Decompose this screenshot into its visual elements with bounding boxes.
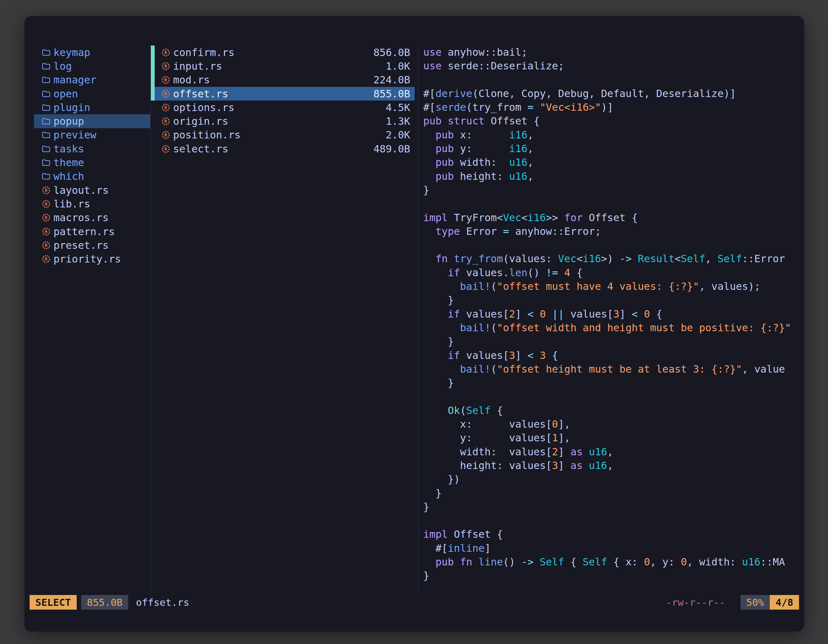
rust-file-icon: R <box>41 185 51 195</box>
code-line <box>423 514 804 528</box>
file-row-mod-rs[interactable]: Rmod.rs224.0B <box>155 73 415 87</box>
sidebar-item-popup[interactable]: popup <box>34 114 150 128</box>
sidebar-item-log[interactable]: log <box>34 59 150 73</box>
file-size: 1.3K <box>386 115 410 127</box>
code-line: impl TryFrom<Vec<i16>> for Offset { <box>423 211 804 225</box>
file-name: input.rs <box>173 60 222 72</box>
svg-text:R: R <box>165 91 168 96</box>
code-line: } <box>423 486 804 500</box>
code-line: type Error = anyhow::Error; <box>423 225 804 238</box>
file-row-offset-rs[interactable]: Roffset.rs855.0B <box>155 87 415 100</box>
code-line: } <box>423 376 804 390</box>
rust-file-icon: R <box>41 227 51 237</box>
file-name: select.rs <box>173 143 228 155</box>
rust-file-icon: R <box>161 144 171 154</box>
svg-text:R: R <box>165 119 168 124</box>
svg-text:R: R <box>165 105 168 110</box>
code-line <box>423 197 804 211</box>
code-line: impl Offset { <box>423 528 804 541</box>
file-name: confirm.rs <box>173 47 235 58</box>
code-line: width: values[2] as u16, <box>423 445 804 459</box>
code-line: bail!("offset must have 4 values: {:?}",… <box>423 280 804 293</box>
code-line: }) <box>423 473 804 486</box>
sidebar-item-priority-rs[interactable]: Rpriority.rs <box>34 252 150 266</box>
sidebar-item-label: theme <box>53 157 84 169</box>
sidebar-item-label: popup <box>53 115 84 127</box>
code-line: pub struct Offset { <box>423 114 804 128</box>
sidebar: keymaplogmanageropenpluginpopuppreviewta… <box>25 45 150 595</box>
file-row-position-rs[interactable]: Rposition.rs2.0K <box>155 128 415 142</box>
sidebar-item-label: plugin <box>53 102 90 114</box>
file-row-input-rs[interactable]: Rinput.rs1.0K <box>155 59 415 73</box>
file-row-select-rs[interactable]: Rselect.rs489.0B <box>155 142 415 155</box>
sidebar-item-preview[interactable]: preview <box>34 128 150 142</box>
code-line: #[inline] <box>423 542 804 555</box>
svg-text:R: R <box>45 201 48 207</box>
folder-icon <box>41 116 51 126</box>
sidebar-item-label: lib.rs <box>53 198 90 210</box>
sidebar-item-label: tasks <box>53 143 84 155</box>
svg-text:R: R <box>45 229 48 234</box>
status-filename: offset.rs <box>136 597 189 608</box>
code-line: } <box>423 293 804 307</box>
sidebar-item-preset-rs[interactable]: Rpreset.rs <box>34 238 150 252</box>
selection-mark-bar <box>151 59 155 73</box>
rust-file-icon: R <box>161 130 171 140</box>
sidebar-item-macros-rs[interactable]: Rmacros.rs <box>34 211 150 225</box>
sidebar-item-tasks[interactable]: tasks <box>34 142 150 155</box>
code-line: } <box>423 183 804 197</box>
code-line: use anyhow::bail; <box>423 45 804 59</box>
sidebar-item-label: preview <box>53 129 96 141</box>
folder-icon <box>41 158 51 168</box>
code-line: pub fn line() -> Self { Self { x: 0, y: … <box>423 555 804 569</box>
code-line: y: values[1], <box>423 431 804 445</box>
svg-text:R: R <box>165 64 168 69</box>
file-row-confirm-rs[interactable]: Rconfirm.rs856.0B <box>155 45 415 59</box>
sidebar-item-label: layout.rs <box>53 184 108 196</box>
file-name: options.rs <box>173 102 235 114</box>
code-line: if values[2] < 0 || values[3] < 0 { <box>423 307 804 321</box>
file-row-origin-rs[interactable]: Rorigin.rs1.3K <box>155 114 415 128</box>
selection-mark-bar <box>151 45 155 59</box>
code-line: if values.len() != 4 { <box>423 266 804 280</box>
svg-text:R: R <box>165 133 168 138</box>
rust-file-icon: R <box>161 103 171 112</box>
code-line: x: values[0], <box>423 417 804 431</box>
svg-text:R: R <box>45 257 48 262</box>
code-line: Ok(Self { <box>423 404 804 417</box>
status-bar: SELECT 855.0B offset.rs -rw-r--r-- 50% 4… <box>30 595 799 610</box>
sidebar-item-label: manager <box>53 74 96 86</box>
rust-file-icon: R <box>41 199 51 209</box>
code-line <box>423 73 804 87</box>
code-line: pub height: u16, <box>423 169 804 183</box>
code-line: } <box>423 569 804 583</box>
rust-file-icon: R <box>161 89 171 99</box>
sidebar-item-keymap[interactable]: keymap <box>34 45 150 59</box>
folder-icon <box>41 171 51 181</box>
sidebar-item-layout-rs[interactable]: Rlayout.rs <box>34 183 150 197</box>
sidebar-item-manager[interactable]: manager <box>34 73 150 87</box>
sidebar-item-theme[interactable]: theme <box>34 155 150 169</box>
selection-mark-bar <box>151 73 155 87</box>
code-line: height: values[3] as u16, <box>423 459 804 473</box>
sidebar-item-plugin[interactable]: plugin <box>34 100 150 114</box>
sidebar-item-which[interactable]: which <box>34 169 150 183</box>
file-name: mod.rs <box>173 74 210 86</box>
sidebar-item-label: open <box>53 88 78 100</box>
rust-file-icon: R <box>41 213 51 223</box>
file-row-options-rs[interactable]: Roptions.rs4.5K <box>155 100 415 114</box>
code-line: } <box>423 335 804 348</box>
selection-mark-bar <box>151 87 155 100</box>
code-line: pub x: i16, <box>423 128 804 142</box>
folder-icon <box>41 103 51 112</box>
file-size: 2.0K <box>386 129 410 141</box>
sidebar-item-lib-rs[interactable]: Rlib.rs <box>34 197 150 211</box>
file-permissions: -rw-r--r-- <box>666 597 725 608</box>
sidebar-item-pattern-rs[interactable]: Rpattern.rs <box>34 225 150 238</box>
svg-text:R: R <box>165 50 168 55</box>
svg-text:R: R <box>45 215 48 220</box>
sidebar-item-label: pattern.rs <box>53 226 115 238</box>
code-line: pub y: i16, <box>423 142 804 155</box>
code-line: bail!("offset height must be at least 3:… <box>423 362 804 376</box>
sidebar-item-open[interactable]: open <box>34 87 150 100</box>
